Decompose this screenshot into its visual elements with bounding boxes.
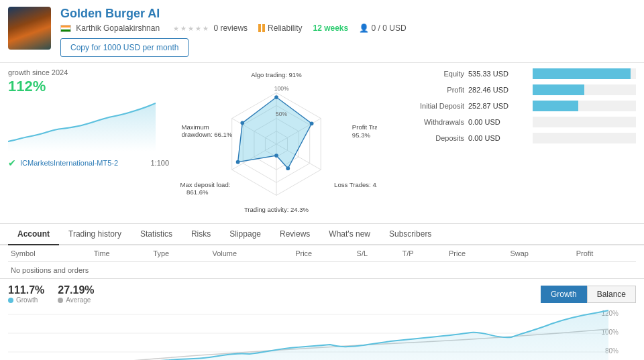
col-profit: Profit: [574, 245, 636, 262]
deposits-bar-bg: [533, 133, 636, 143]
svg-text:100%: 100%: [274, 85, 289, 92]
no-data-message: No positions and orders: [8, 262, 636, 279]
col-price: Price: [292, 245, 354, 262]
tab-trading-history[interactable]: Trading history: [59, 224, 131, 245]
growth-dot: [8, 298, 13, 303]
withdrawals-label: Withdrawals: [390, 118, 464, 126]
max-deposit-label: Max deposit load:: [180, 181, 231, 188]
col-volume: Volume: [209, 245, 292, 262]
reviews-count: 0 reviews: [213, 23, 248, 33]
initial-deposit-bar: [533, 101, 578, 111]
tab-bar: Account Trading history Statistics Risks…: [0, 224, 644, 245]
tab-risks[interactable]: Risks: [182, 224, 220, 245]
withdrawals-bar-bg: [533, 117, 636, 127]
chart-type-buttons: Growth Balance: [541, 286, 636, 303]
leverage-value: 1:100: [150, 159, 169, 167]
chart-controls: 111.7% Growth 27.19% Average Growth Bala…: [8, 284, 636, 304]
trading-activity-label: Trading activity: 24.3%: [244, 206, 309, 213]
growth-chart: 120% 100% 80% 60% 40%: [8, 309, 625, 360]
rel-bar-2: [262, 24, 265, 32]
col-time: Time: [91, 245, 151, 262]
reliability-bars: [258, 24, 265, 32]
growth-button[interactable]: Growth: [541, 286, 587, 303]
growth-stat-label: Growth: [8, 296, 44, 304]
rel-bar-1: [258, 24, 261, 32]
algo-trading-label: Algo trading: 91%: [251, 71, 302, 78]
user-icon: 👤: [359, 23, 369, 33]
svg-point-8: [274, 95, 278, 99]
balance-info: 👤 0 / 0 USD: [359, 23, 406, 33]
profit-bar-bg: [533, 84, 636, 95]
chart-area-wrapper: 120% 100% 80% 60% 40%: [8, 309, 636, 360]
deposits-label: Deposits: [390, 134, 464, 142]
chart-fill: [8, 103, 156, 152]
initial-deposit-label: Initial Deposit: [390, 102, 464, 110]
col-tp: T/P: [399, 245, 446, 262]
deposits-value: 0.00 USD: [468, 134, 529, 142]
average-stat-label: Average: [58, 296, 94, 304]
svg-point-12: [236, 160, 240, 164]
svg-text:95.3%: 95.3%: [352, 131, 371, 139]
svg-point-13: [240, 121, 244, 125]
table-header-row: Symbol Time Type Volume Price S/L T/P Pr…: [8, 245, 636, 262]
col-type: Type: [150, 245, 209, 262]
svg-text:861.6%: 861.6%: [186, 188, 209, 196]
radar-panel: 100% 50% Algo trading: 91% Profit Trades…: [176, 68, 377, 218]
stars-section: ★ ★ ★ ★ ★ 0 reviews: [170, 23, 248, 33]
broker-name: ICMarketsInternational-MT5-2: [20, 159, 118, 167]
flag-icon: [60, 25, 71, 32]
balance-button[interactable]: Balance: [587, 286, 636, 303]
profit-label: Profit: [390, 86, 464, 94]
bottom-section: 111.7% Growth 27.19% Average Growth Bala…: [0, 278, 644, 360]
withdrawals-value: 0.00 USD: [468, 118, 529, 126]
equity-row-deposits: Deposits 0.00 USD: [390, 133, 636, 143]
tab-slippage[interactable]: Slippage: [220, 224, 270, 245]
average-stat-value: 27.19%: [58, 284, 94, 296]
svg-text:50%: 50%: [276, 111, 288, 117]
reliability-section: Reliability: [258, 23, 302, 33]
svg-point-10: [286, 166, 290, 170]
tab-reviews[interactable]: Reviews: [270, 224, 319, 245]
radar-chart: 100% 50% Algo trading: 91% Profit Trades…: [176, 68, 377, 216]
average-dot: [58, 298, 63, 303]
equity-panel: Equity 535.33 USD Profit 282.46 USD Init…: [384, 68, 636, 218]
col-symbol: Symbol: [8, 245, 91, 262]
growth-panel: growth since 2024 112% ✔ ICMarketsIntern…: [8, 68, 169, 218]
equity-row-deposit: Initial Deposit 252.87 USD: [390, 101, 636, 111]
header-info: Golden Burger AI Karthik Gopalakirshnan …: [60, 7, 636, 57]
growth-stat-value: 111.7%: [8, 284, 44, 296]
equity-bar: [533, 68, 631, 79]
no-data-row: No positions and orders: [8, 262, 636, 279]
tab-statistics[interactable]: Statistics: [131, 224, 182, 245]
tab-account[interactable]: Account: [8, 224, 59, 245]
copy-button[interactable]: Copy for 1000 USD per month: [60, 38, 189, 57]
broker-info: ✔ ICMarketsInternational-MT5-2 1:100: [8, 158, 169, 168]
equity-value: 535.33 USD: [468, 70, 529, 78]
tab-subscribers[interactable]: Subscribers: [380, 224, 441, 245]
svg-point-9: [310, 121, 314, 125]
author-info: Karthik Gopalakirshnan: [60, 23, 160, 33]
equity-bar-bg: [533, 68, 636, 79]
equity-row-equity: Equity 535.33 USD: [390, 68, 636, 79]
col-price2: Price: [446, 245, 507, 262]
initial-deposit-bar-bg: [533, 101, 636, 111]
tab-whats-new[interactable]: What's new: [319, 224, 380, 245]
equity-label: Equity: [390, 70, 464, 78]
growth-percentage: 112%: [8, 78, 169, 95]
chart-stat-growth: 111.7% Growth: [8, 284, 44, 304]
initial-deposit-value: 252.87 USD: [468, 102, 529, 110]
equity-row-profit: Profit 282.46 USD: [390, 84, 636, 95]
page-header: Golden Burger AI Karthik Gopalakirshnan …: [0, 0, 644, 63]
balance-value: 0 / 0 USD: [372, 23, 407, 33]
growth-since-label: growth since 2024: [8, 68, 169, 76]
trader-title: Golden Burger AI: [60, 7, 636, 21]
max-drawdown-label: Maximum: [181, 123, 209, 131]
verified-icon: ✔: [8, 158, 16, 168]
positions-table: Symbol Time Type Volume Price S/L T/P Pr…: [8, 245, 636, 278]
chart-stat-average: 27.19% Average: [58, 284, 94, 304]
equity-row-withdrawals: Withdrawals 0.00 USD: [390, 117, 636, 127]
reliability-label: Reliability: [268, 23, 302, 33]
svg-point-11: [274, 154, 278, 158]
col-sl: S/L: [354, 245, 400, 262]
mini-growth-chart: [8, 98, 156, 152]
